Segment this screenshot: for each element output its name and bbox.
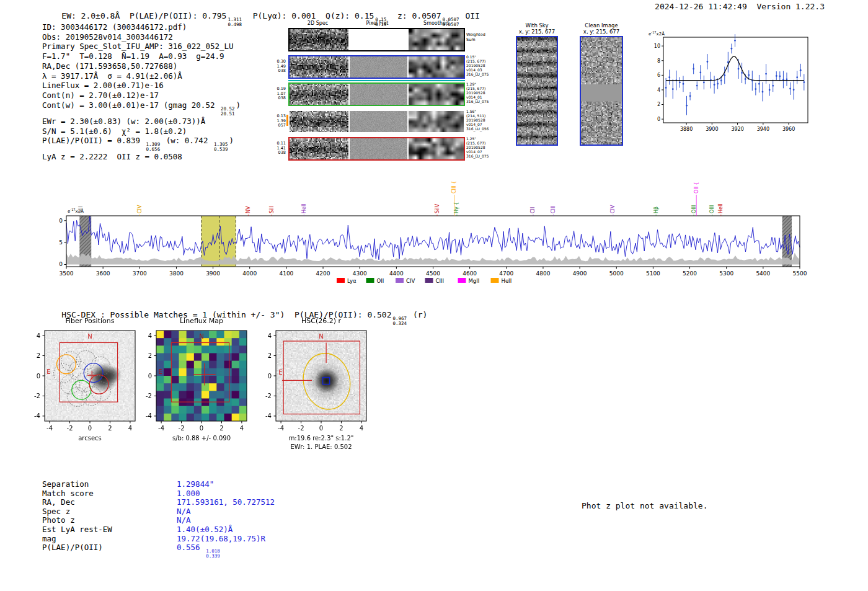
info-line: ID: 3003446172 (3003446172.pdf) [42, 22, 241, 32]
svg-text:5300: 5300 [719, 270, 733, 277]
svg-text:4: 4 [148, 332, 152, 339]
info-line: λ = 3917.17Å σ = 4.91(±2.06)Å [42, 71, 241, 81]
match-table-value: N/A [177, 507, 191, 516]
svg-text:4000: 4000 [242, 270, 257, 277]
svg-text:-2: -2 [146, 393, 152, 399]
summary-text-2: P(Lyα): 0.001 Q(z): 0.15 [243, 11, 374, 20]
svg-text:m:19.6 re:2.3" s:1.2": m:19.6 re:2.3" s:1.2" [289, 435, 354, 442]
match-table-value: 1.40(±0.52)Å [177, 525, 232, 534]
spec2d-row-meta: 1.56"(214, 511)20190528v014_07316_LU_056 [466, 109, 496, 131]
spectral-line-label: Hβ [653, 207, 659, 213]
match-table-row: Spec zN/A [42, 507, 275, 516]
svg-text:-4: -4 [146, 412, 152, 419]
spec2d-row-scale-labels: 0.111.41038 [270, 141, 286, 156]
smoothed-image [409, 29, 464, 50]
svg-text:0: 0 [268, 373, 272, 380]
match-table-row: Separation1.29844" [42, 479, 275, 489]
legend-item-label: CIV [406, 278, 415, 284]
info-line: Primary Spec_Slot_IFU_AMP: 316_022_052_L… [42, 42, 241, 51]
svg-text:N: N [319, 333, 323, 340]
svg-text:4: 4 [37, 332, 40, 339]
svg-text:2: 2 [657, 102, 660, 107]
full-spectrum-plot: 0510350036003700380039004000410042004300… [59, 162, 812, 290]
info-line: S/N = 5.1(±0.6) χ² = 1.8(±0.2) [42, 127, 241, 136]
summary-text-3: z: 0.0507 [388, 11, 441, 20]
match-table-label: mag [42, 534, 177, 543]
spectral-line-label: HeII [301, 203, 307, 213]
svg-text:arcsecs: arcsecs [78, 435, 102, 442]
smoothed-image [409, 84, 464, 105]
svg-text:3960: 3960 [782, 127, 795, 132]
svg-text:5500: 5500 [793, 270, 807, 277]
smoothed-image [409, 111, 464, 132]
clean-image [580, 36, 623, 146]
svg-text:-2: -2 [265, 393, 272, 399]
match-table-label: Spec z [42, 507, 177, 516]
spec2d-row-scale-labels: 0.131.39057 [270, 114, 286, 128]
svg-text:-2: -2 [298, 425, 304, 432]
svg-text:4700: 4700 [499, 270, 513, 277]
legend-item-label: Lyα [347, 278, 356, 284]
svg-text:-4: -4 [34, 412, 40, 419]
match-table-label: Separation [42, 479, 177, 489]
match-table-row: P(LAE)/P(OII)0.556 1.0180.339 [42, 543, 275, 552]
summary-text-1: EW: 2.0±0.8Å P(LAE)/P(OII): 0.795 [61, 11, 226, 20]
spec2d-row-meta: WeightedSum [466, 33, 496, 42]
info-line: LineFlux = 2.00(±0.71)e-16 [42, 81, 241, 91]
svg-text:3500: 3500 [60, 270, 74, 277]
spectral-line-label: OIII [709, 205, 715, 213]
svg-text:3700: 3700 [133, 270, 147, 277]
svg-text:s/b: 0.88 +/- 0.090: s/b: 0.88 +/- 0.090 [172, 435, 231, 442]
svg-text:0: 0 [37, 373, 40, 380]
match-table-value: 1.000 [177, 489, 200, 498]
hsc-dex-uncertainty: 0.9670.324 [393, 316, 407, 326]
timestamp-version: 2024-12-26 11:42:49 Version 1.22.3 [655, 2, 825, 11]
svg-text:3800: 3800 [169, 270, 184, 277]
spec2d-row-meta: 1.29"(215, 677)20190528v014_01316_LU_075 [466, 82, 496, 104]
svg-text:4800: 4800 [536, 270, 550, 277]
spec2d-column-header: 2D Spec [290, 20, 346, 26]
svg-text:3900: 3900 [706, 127, 718, 132]
spectral-line-label: SiIV [435, 203, 440, 213]
svg-text:4200: 4200 [316, 270, 330, 277]
match-table-label: Match score [42, 489, 177, 498]
spectral-line-label: HeII [718, 203, 724, 213]
spec2d-image [290, 111, 348, 132]
clean-image-title: Clean Image [578, 22, 624, 29]
svg-text:3900: 3900 [206, 270, 220, 277]
spec2d-row-strip [288, 137, 465, 161]
spectral-line-label: Hγ { [454, 202, 459, 213]
svg-text:4900: 4900 [573, 270, 587, 277]
match-table-row: Photo zN/A [42, 515, 275, 525]
spec2d-row-meta: 0.15"(215, 677)20190528v014_03316_LU_075 [466, 55, 496, 76]
svg-text:3600: 3600 [96, 270, 110, 277]
fiber-positions-plot: Fiber Positions-4-4-2-2002244arcsecsNE [24, 314, 148, 461]
info-line: EWr = 2.30(±0.83) (w: 2.00(±0.73))Å [42, 117, 241, 127]
spectral-line-label: CII [530, 207, 536, 213]
svg-text:4400: 4400 [389, 270, 404, 277]
lineflux-map-plot: Lineflux Map-4-4-2-2002244s/b: 0.88 +/- … [135, 314, 259, 461]
match-table-label: Est LyA rest-EW [42, 525, 177, 534]
match-table-value: 0.556 1.0180.339 [177, 543, 221, 552]
svg-text:4100: 4100 [279, 270, 293, 277]
detection-info-block: ID: 3003446172 (3003446172.pdf)Obs: 2019… [42, 22, 241, 162]
info-line: RA,Dec (171.593658,50.727688) [42, 61, 241, 71]
elixer-report-page: EW: 2.0±0.8Å P(LAE)/P(OII): 0.7951.3110.… [0, 0, 868, 591]
match-table-row: RA, Dec171.593161, 50.727512 [42, 497, 275, 507]
spec2d-row-strip [288, 110, 465, 133]
spec2d-row-strip [288, 82, 465, 106]
spec2d-row-accent [286, 115, 288, 126]
smoothed-image [409, 138, 464, 159]
svg-text:5000: 5000 [609, 270, 624, 277]
svg-text:N: N [87, 333, 92, 340]
spectral-line-label: CIV [610, 205, 616, 213]
match-table-value: 171.593161, 50.727512 [177, 497, 275, 507]
with-sky-coords: x, y: 215, 677 [516, 29, 558, 35]
info-line: F=1.7" T=0.128 N̄=1.19 A=0.93 g=24.9 [42, 51, 241, 61]
svg-text:5: 5 [59, 239, 63, 246]
photz-note: Phot z plot not available. [582, 501, 708, 510]
with-sky-image [516, 36, 558, 146]
hsc-r-plot: HSC(26.2) r-4-4-2-2002244m:19.6 re:2.3" … [255, 314, 379, 461]
match-table-row: Est LyA rest-EW1.40(±0.52)Å [42, 525, 275, 534]
legend-item-label: CIII [436, 278, 444, 284]
